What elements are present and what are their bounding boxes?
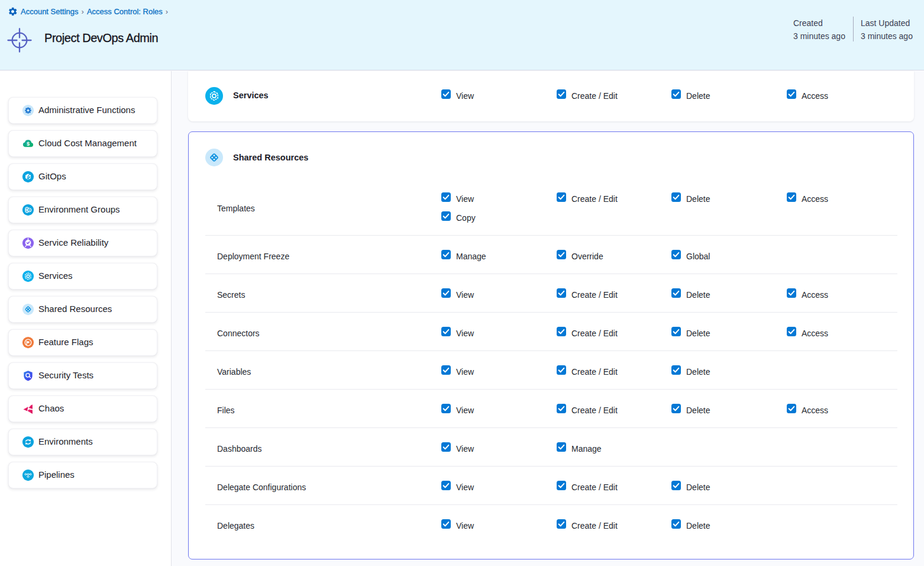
svg-text:$: $ — [27, 141, 30, 147]
